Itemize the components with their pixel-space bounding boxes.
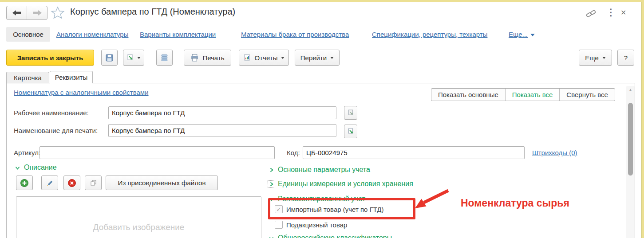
copy-create-button[interactable] [123,50,144,66]
copy-arrow-gray-icon [347,109,355,117]
copy-arrow-green-icon [347,128,355,135]
chevron-down-icon [530,34,535,36]
page-title: Корпус бампера по ГТД (Номенклатура) [70,7,235,17]
caret-down-icon [137,57,141,59]
nav-tab-main[interactable]: Основное [6,27,50,42]
add-plus-icon [20,179,29,187]
help-label: ? [624,54,628,62]
working-name-label: Рабочее наименование: [14,109,89,117]
goto-label: Перейти [300,54,327,62]
app-window: Корпус бампера по ГТД (Номенклатура) ⋮ ✕… [0,0,644,238]
caret-down-icon [602,57,606,59]
window-top-accent [0,0,644,2]
chevron-right-icon [269,167,274,173]
annotation-note-line2: с учетом по ГТД [461,236,569,238]
reports-button[interactable]: Отчеты [239,50,289,66]
image-dropzone[interactable]: Добавить изображение [16,196,261,238]
tab-details[interactable]: Реквизиты [50,71,93,83]
stack-icon [160,54,169,62]
import-goods-checkbox[interactable]: ✓ [275,205,283,213]
nav-link-analogs[interactable]: Аналоги номенклатуры [56,31,128,38]
print-label: Печать [202,54,224,62]
add-image-button[interactable] [16,176,33,190]
help-button[interactable]: ? [617,50,634,66]
printer-icon [190,54,199,62]
get-link-icon[interactable] [586,9,597,19]
vertical-scrollbar[interactable]: ▲ [626,86,635,238]
view-toggle-group: Показать основные Показать все Свернуть … [431,88,615,101]
show-all-button[interactable]: Показать все [506,89,560,101]
pencil-icon [46,179,54,187]
scroll-up-icon[interactable]: ▲ [626,86,635,93]
nav-more-label: Еще... [509,31,528,38]
forward-arrow-icon [33,10,42,16]
collapse-all-button[interactable]: Свернуть все [560,89,615,101]
window-right-accent [641,2,644,238]
article-input[interactable] [40,146,275,159]
article-label: Артикул: [14,149,40,156]
working-name-input[interactable] [108,106,336,119]
back-button[interactable] [7,6,27,20]
nav-more-link[interactable]: Еще... [509,31,535,39]
floppy-disk-icon [105,54,114,62]
chevron-right-icon [269,181,274,187]
caret-down-icon [330,57,334,59]
nav-link-kit-variants[interactable]: Варианты комплектации [140,31,216,38]
section-regulated[interactable]: Регламентированный учет [269,195,365,203]
tab-card[interactable]: Карточка [6,72,49,83]
delete-image-button[interactable] [63,176,80,190]
copy-print-name-button[interactable] [344,125,357,138]
section-classifiers-label: Общероссийские классификаторы [278,234,392,238]
close-icon[interactable]: ✕ [620,8,626,17]
reports-label: Отчеты [255,54,278,62]
print-name-input[interactable] [108,124,336,137]
save-and-close-button[interactable]: Записать и закрыть [6,50,94,66]
edit-image-button[interactable] [41,176,58,190]
copy-arrow-icon [126,54,134,62]
caret-down-icon [281,57,284,59]
more-menu-icon[interactable]: ⋮ [606,7,616,18]
section-main-params-label: Основные параметры учета [278,166,370,174]
similar-items-link[interactable]: Номенклатура с аналогичными свойствами [14,89,149,96]
chevron-down-icon [269,196,274,202]
copy-windows-icon [90,179,97,187]
copy-working-name-button[interactable] [344,106,357,120]
forward-button[interactable] [27,6,47,20]
section-description[interactable]: Описание [15,164,57,172]
delete-x-icon [67,179,76,187]
nav-link-specifications[interactable]: Спецификации, рецептуры, техкарты [372,31,487,38]
import-goods-label: Импортный товар (учет по ГТД) [286,206,384,213]
more-label: Еще [585,54,599,62]
goto-button[interactable]: Перейти [295,50,340,66]
code-label: Код: [287,149,300,156]
show-main-button[interactable]: Показать основные [431,89,506,101]
more-button[interactable]: Еще [579,50,612,66]
annotation-note-line1: Номенклатура сырья [461,196,569,210]
report-chart-icon [243,54,251,62]
add-image-placeholder: Добавить изображение [16,222,261,232]
section-regulated-label: Регламентированный учет [278,195,365,203]
scrollbar-thumb[interactable] [628,103,633,176]
code-input[interactable] [303,146,525,159]
section-description-label: Описание [24,164,57,172]
from-attached-files-button[interactable]: Из присоединенных файлов [106,176,218,190]
excise-checkbox[interactable] [275,221,283,229]
section-units[interactable]: Единицы измерения и условия хранения [269,180,413,188]
section-main-params[interactable]: Основные параметры учета [269,166,370,174]
save-and-close-label: Записать и закрыть [17,54,83,62]
copy-image-button[interactable] [85,176,102,190]
check-icon: ✓ [277,206,281,213]
print-button[interactable]: Печать [184,50,231,66]
section-units-label: Единицы измерения и условия хранения [278,180,413,188]
save-button[interactable] [101,50,118,66]
structure-button[interactable] [156,50,173,66]
section-classifiers[interactable]: Общероссийские классификаторы [269,234,392,238]
chevron-down-icon [15,165,20,171]
favorite-star-icon[interactable] [51,6,65,20]
nav-link-defect-materials[interactable]: Материалы брака от производства [241,31,349,38]
focused-chevron-wrap [269,181,274,187]
print-name-label: Наименование для печати: [14,127,98,134]
chevron-down-icon [269,235,274,238]
barcodes-link[interactable]: Штрихкоды (0) [532,149,577,156]
history-nav-group [6,6,47,20]
